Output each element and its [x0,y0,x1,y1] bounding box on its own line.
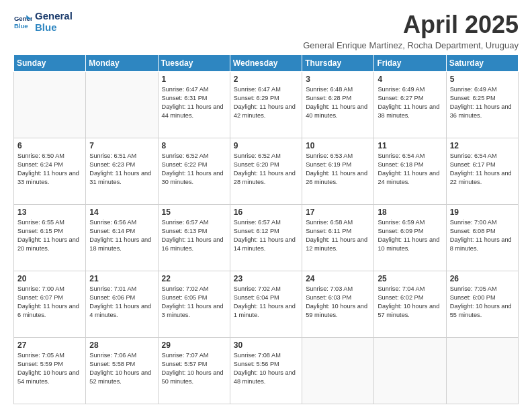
calendar-cell: 2Sunrise: 6:47 AMSunset: 6:29 PMDaylight… [230,72,302,138]
calendar-cell: 12Sunrise: 6:54 AMSunset: 6:17 PMDayligh… [446,138,518,205]
cell-content: Sunset: 6:22 PM [162,161,226,169]
col-header-thursday: Thursday [302,55,374,72]
calendar-cell: 30Sunrise: 7:08 AMSunset: 5:56 PMDayligh… [230,338,302,404]
calendar-cell: 1Sunrise: 6:47 AMSunset: 6:31 PMDaylight… [158,72,230,138]
cell-content: Daylight: 11 hours and 4 minutes. [89,302,154,320]
cell-content: Daylight: 10 hours and 57 minutes. [378,302,442,320]
cell-content: Daylight: 11 hours and 8 minutes. [450,236,515,253]
cell-content: Sunrise: 6:58 AM [306,218,370,227]
cell-content: Sunrise: 6:57 AM [234,218,298,227]
cell-content: Sunrise: 7:05 AM [17,351,82,360]
calendar-cell: 8Sunrise: 6:52 AMSunset: 6:22 PMDaylight… [158,138,230,205]
cell-content: Sunrise: 6:52 AM [234,152,298,161]
calendar-week-2: 6Sunrise: 6:50 AMSunset: 6:24 PMDaylight… [14,138,519,205]
day-number: 19 [450,208,515,217]
day-number: 23 [234,274,298,283]
cell-content: Sunrise: 7:00 AM [17,285,82,293]
cell-content: Daylight: 11 hours and 26 minutes. [306,169,370,187]
cell-content: Sunset: 5:57 PM [162,360,226,369]
cell-content: Sunset: 6:17 PM [450,161,515,169]
cell-content: Sunset: 6:02 PM [378,293,442,302]
calendar-cell: 5Sunrise: 6:49 AMSunset: 6:25 PMDaylight… [446,72,518,138]
cell-content: Sunrise: 7:04 AM [378,285,442,293]
calendar-header-row: SundayMondayTuesdayWednesdayThursdayFrid… [14,55,519,72]
day-number: 9 [234,141,298,150]
cell-content: Sunset: 5:58 PM [89,360,154,369]
calendar-cell: 18Sunrise: 6:59 AMSunset: 6:09 PMDayligh… [374,205,446,271]
cell-content: Sunrise: 6:52 AM [162,152,226,161]
svg-text:Blue: Blue [14,21,28,29]
calendar-cell: 14Sunrise: 6:56 AMSunset: 6:14 PMDayligh… [86,205,158,271]
col-header-sunday: Sunday [14,55,86,72]
cell-content: Sunrise: 7:03 AM [306,285,370,293]
cell-content: Sunrise: 6:59 AM [378,218,442,227]
cell-content: Daylight: 11 hours and 30 minutes. [162,169,226,187]
cell-content: Sunset: 6:14 PM [89,227,154,236]
calendar-cell [374,338,446,404]
cell-content: Daylight: 10 hours and 52 minutes. [89,369,154,386]
cell-content: Sunset: 6:29 PM [234,94,298,103]
cell-content: Sunrise: 7:07 AM [162,351,226,360]
cell-content: Sunset: 6:11 PM [306,227,370,236]
day-number: 21 [89,274,154,283]
calendar-cell: 27Sunrise: 7:05 AMSunset: 5:59 PMDayligh… [14,338,86,404]
cell-content: Daylight: 10 hours and 48 minutes. [234,369,298,386]
cell-content: Sunset: 6:15 PM [17,227,82,236]
cell-content: Daylight: 10 hours and 54 minutes. [17,369,82,386]
day-number: 15 [162,208,226,217]
day-number: 4 [378,75,442,84]
logo: General Blue General Blue [13,11,73,33]
logo-blue: Blue [35,22,73,34]
cell-content: Sunrise: 6:49 AM [378,85,442,94]
cell-content: Sunrise: 6:49 AM [450,85,515,94]
cell-content: Sunset: 5:59 PM [17,360,82,369]
cell-content: Sunset: 6:31 PM [162,94,226,103]
cell-content: Daylight: 11 hours and 42 minutes. [234,103,298,120]
calendar-cell: 28Sunrise: 7:06 AMSunset: 5:58 PMDayligh… [86,338,158,404]
cell-content: Daylight: 10 hours and 50 minutes. [162,369,226,386]
cell-content: Daylight: 11 hours and 10 minutes. [378,236,442,253]
cell-content: Sunrise: 6:48 AM [306,85,370,94]
day-number: 12 [450,141,515,150]
cell-content: Sunset: 6:00 PM [450,293,515,302]
calendar-week-4: 20Sunrise: 7:00 AMSunset: 6:07 PMDayligh… [14,271,519,338]
cell-content: Daylight: 11 hours and 18 minutes. [89,236,154,253]
cell-content: Daylight: 10 hours and 59 minutes. [306,302,370,320]
cell-content: Daylight: 11 hours and 1 minute. [234,302,298,320]
cell-content: Sunset: 6:07 PM [17,293,82,302]
cell-content: Sunrise: 6:57 AM [162,218,226,227]
cell-content: Sunset: 6:03 PM [306,293,370,302]
location-subtitle: General Enrique Martinez, Rocha Departme… [303,40,519,50]
calendar-cell: 23Sunrise: 7:02 AMSunset: 6:04 PMDayligh… [230,271,302,338]
day-number: 13 [17,208,82,217]
cell-content: Sunrise: 7:00 AM [450,218,515,227]
cell-content: Daylight: 11 hours and 24 minutes. [378,169,442,187]
cell-content: Sunset: 6:08 PM [450,227,515,236]
calendar-cell: 15Sunrise: 6:57 AMSunset: 6:13 PMDayligh… [158,205,230,271]
cell-content: Sunrise: 6:56 AM [89,218,154,227]
month-title: April 2025 [303,11,519,39]
cell-content: Sunrise: 7:05 AM [450,285,515,293]
calendar-cell [86,72,158,138]
calendar-cell [446,338,518,404]
calendar-cell: 13Sunrise: 6:55 AMSunset: 6:15 PMDayligh… [14,205,86,271]
cell-content: Daylight: 11 hours and 33 minutes. [17,169,82,187]
cell-content: Sunrise: 6:54 AM [378,152,442,161]
calendar-week-5: 27Sunrise: 7:05 AMSunset: 5:59 PMDayligh… [14,338,519,404]
cell-content: Daylight: 11 hours and 14 minutes. [234,236,298,253]
cell-content: Sunrise: 7:02 AM [162,285,226,293]
cell-content: Sunrise: 6:47 AM [162,85,226,94]
cell-content: Daylight: 11 hours and 12 minutes. [306,236,370,253]
calendar-cell [302,338,374,404]
cell-content: Sunrise: 7:02 AM [234,285,298,293]
cell-content: Sunrise: 7:01 AM [89,285,154,293]
calendar-cell: 25Sunrise: 7:04 AMSunset: 6:02 PMDayligh… [374,271,446,338]
calendar-cell: 29Sunrise: 7:07 AMSunset: 5:57 PMDayligh… [158,338,230,404]
cell-content: Sunset: 6:18 PM [378,161,442,169]
cell-content: Sunset: 6:06 PM [89,293,154,302]
cell-content: Daylight: 11 hours and 6 minutes. [17,302,82,320]
cell-content: Daylight: 11 hours and 28 minutes. [234,169,298,187]
calendar-cell: 19Sunrise: 7:00 AMSunset: 6:08 PMDayligh… [446,205,518,271]
day-number: 30 [234,340,298,350]
day-number: 16 [234,208,298,217]
